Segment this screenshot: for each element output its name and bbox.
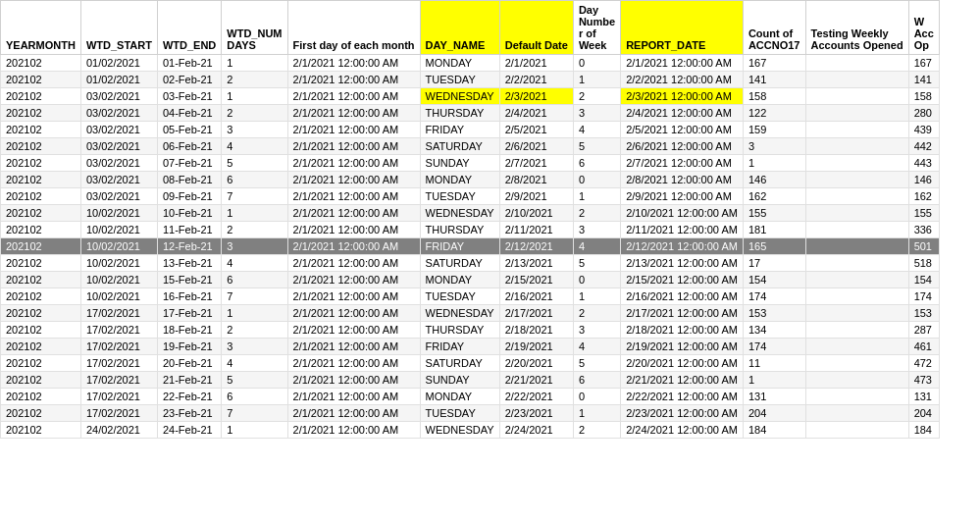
table-row: 20210203/02/202108-Feb-2162/1/2021 12:00…	[1, 172, 940, 188]
cell-wtd-start: 03/02/2021	[80, 188, 157, 205]
cell-wtd-end: 15-Feb-21	[157, 272, 221, 288]
cell-report-date: 2/12/2021 12:00:00 AM	[621, 238, 744, 255]
cell-testing-weekly	[805, 389, 908, 405]
cell-yearmonth: 202102	[1, 355, 81, 372]
cell-w-acc-op: 443	[908, 155, 939, 172]
cell-first-day: 2/1/2021 12:00:00 AM	[287, 389, 420, 405]
cell-default-date: 2/19/2021	[499, 339, 573, 355]
cell-w-acc-op: 336	[908, 222, 939, 238]
cell-day-name: WEDNESDAY	[420, 88, 499, 105]
cell-wtd-num-days: 2	[222, 72, 287, 88]
cell-testing-weekly	[805, 355, 908, 372]
cell-day-number: 6	[573, 372, 620, 389]
col-header-default-date: Default Date	[499, 1, 573, 55]
cell-testing-weekly	[805, 305, 908, 322]
cell-testing-weekly	[805, 222, 908, 238]
table-row: 20210217/02/202120-Feb-2142/1/2021 12:00…	[1, 355, 940, 372]
cell-wtd-end: 06-Feb-21	[157, 138, 221, 155]
cell-report-date: 2/11/2021 12:00:00 AM	[621, 222, 744, 238]
cell-default-date: 2/20/2021	[499, 355, 573, 372]
cell-wtd-start: 03/02/2021	[80, 138, 157, 155]
cell-count-accno17: 1	[743, 155, 805, 172]
cell-count-accno17: 181	[743, 222, 805, 238]
cell-default-date: 2/5/2021	[499, 122, 573, 138]
cell-w-acc-op: 518	[908, 255, 939, 272]
cell-wtd-start: 10/02/2021	[80, 205, 157, 222]
cell-first-day: 2/1/2021 12:00:00 AM	[287, 188, 420, 205]
cell-yearmonth: 202102	[1, 88, 81, 105]
cell-wtd-start: 03/02/2021	[80, 105, 157, 122]
cell-day-number: 3	[573, 105, 620, 122]
cell-count-accno17: 122	[743, 105, 805, 122]
cell-default-date: 2/22/2021	[499, 389, 573, 405]
cell-default-date: 2/7/2021	[499, 155, 573, 172]
table-row: 20210224/02/202124-Feb-2112/1/2021 12:00…	[1, 422, 940, 439]
table-row: 20210203/02/202107-Feb-2152/1/2021 12:00…	[1, 155, 940, 172]
cell-report-date: 2/20/2021 12:00:00 AM	[621, 355, 744, 372]
cell-count-accno17: 154	[743, 272, 805, 288]
cell-yearmonth: 202102	[1, 255, 81, 272]
cell-wtd-start: 01/02/2021	[80, 72, 157, 88]
cell-wtd-start: 10/02/2021	[80, 288, 157, 305]
cell-first-day: 2/1/2021 12:00:00 AM	[287, 222, 420, 238]
cell-yearmonth: 202102	[1, 322, 81, 339]
cell-report-date: 2/1/2021 12:00:00 AM	[621, 55, 744, 72]
data-table: YEARMONTH WTD_START WTD_END WTD_NUMDAYS …	[0, 0, 940, 439]
cell-wtd-start: 10/02/2021	[80, 238, 157, 255]
cell-yearmonth: 202102	[1, 272, 81, 288]
cell-first-day: 2/1/2021 12:00:00 AM	[287, 55, 420, 72]
cell-count-accno17: 165	[743, 238, 805, 255]
cell-yearmonth: 202102	[1, 55, 81, 72]
cell-first-day: 2/1/2021 12:00:00 AM	[287, 155, 420, 172]
cell-count-accno17: 204	[743, 405, 805, 422]
col-header-yearmonth: YEARMONTH	[1, 1, 81, 55]
cell-day-name: WEDNESDAY	[420, 205, 499, 222]
cell-report-date: 2/21/2021 12:00:00 AM	[621, 372, 744, 389]
cell-wtd-end: 09-Feb-21	[157, 188, 221, 205]
cell-day-name: MONDAY	[420, 389, 499, 405]
cell-w-acc-op: 167	[908, 55, 939, 72]
cell-report-date: 2/9/2021 12:00:00 AM	[621, 188, 744, 205]
col-header-report-date: REPORT_DATE	[621, 1, 744, 55]
cell-wtd-num-days: 3	[222, 238, 287, 255]
cell-yearmonth: 202102	[1, 339, 81, 355]
cell-default-date: 2/2/2021	[499, 72, 573, 88]
table-row: 20210203/02/202103-Feb-2112/1/2021 12:00…	[1, 88, 940, 105]
table-row: 20210210/02/202111-Feb-2122/1/2021 12:00…	[1, 222, 940, 238]
cell-report-date: 2/16/2021 12:00:00 AM	[621, 288, 744, 305]
cell-yearmonth: 202102	[1, 188, 81, 205]
cell-first-day: 2/1/2021 12:00:00 AM	[287, 88, 420, 105]
cell-default-date: 2/6/2021	[499, 138, 573, 155]
cell-wtd-start: 10/02/2021	[80, 255, 157, 272]
cell-day-number: 2	[573, 422, 620, 439]
cell-testing-weekly	[805, 405, 908, 422]
col-header-wtd-num-days: WTD_NUMDAYS	[222, 1, 287, 55]
cell-wtd-num-days: 1	[222, 88, 287, 105]
cell-first-day: 2/1/2021 12:00:00 AM	[287, 72, 420, 88]
cell-day-number: 1	[573, 288, 620, 305]
cell-day-name: SATURDAY	[420, 355, 499, 372]
cell-day-number: 4	[573, 238, 620, 255]
table-row: 20210203/02/202104-Feb-2122/1/2021 12:00…	[1, 105, 940, 122]
cell-report-date: 2/5/2021 12:00:00 AM	[621, 122, 744, 138]
cell-testing-weekly	[805, 138, 908, 155]
data-table-container[interactable]: YEARMONTH WTD_START WTD_END WTD_NUMDAYS …	[0, 0, 980, 522]
cell-wtd-end: 17-Feb-21	[157, 305, 221, 322]
cell-day-number: 5	[573, 138, 620, 155]
cell-wtd-end: 03-Feb-21	[157, 88, 221, 105]
cell-count-accno17: 159	[743, 122, 805, 138]
cell-default-date: 2/3/2021	[499, 88, 573, 105]
cell-report-date: 2/2/2021 12:00:00 AM	[621, 72, 744, 88]
cell-first-day: 2/1/2021 12:00:00 AM	[287, 105, 420, 122]
cell-first-day: 2/1/2021 12:00:00 AM	[287, 288, 420, 305]
cell-wtd-end: 07-Feb-21	[157, 155, 221, 172]
cell-w-acc-op: 473	[908, 372, 939, 389]
cell-day-number: 5	[573, 255, 620, 272]
cell-first-day: 2/1/2021 12:00:00 AM	[287, 355, 420, 372]
cell-report-date: 2/4/2021 12:00:00 AM	[621, 105, 744, 122]
cell-wtd-num-days: 1	[222, 305, 287, 322]
cell-first-day: 2/1/2021 12:00:00 AM	[287, 138, 420, 155]
cell-day-number: 2	[573, 88, 620, 105]
cell-wtd-num-days: 2	[222, 105, 287, 122]
cell-default-date: 2/17/2021	[499, 305, 573, 322]
